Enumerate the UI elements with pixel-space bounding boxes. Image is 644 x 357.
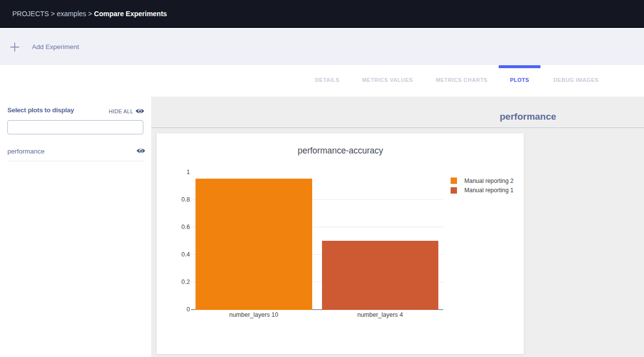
svg-text:1: 1 [187, 169, 190, 176]
svg-text:performance-accuracy: performance-accuracy [297, 146, 383, 155]
svg-text:0.6: 0.6 [182, 224, 190, 230]
svg-text:number_layers 10: number_layers 10 [229, 311, 278, 318]
svg-text:0.8: 0.8 [182, 196, 190, 203]
svg-text:number_layers 4: number_layers 4 [357, 311, 403, 318]
svg-text:Manual reporting 2: Manual reporting 2 [464, 178, 513, 184]
svg-text:0.2: 0.2 [182, 279, 190, 285]
svg-text:0: 0 [187, 306, 190, 313]
svg-text:Manual reporting 1: Manual reporting 1 [464, 187, 513, 194]
svg-text:0.4: 0.4 [182, 251, 190, 258]
